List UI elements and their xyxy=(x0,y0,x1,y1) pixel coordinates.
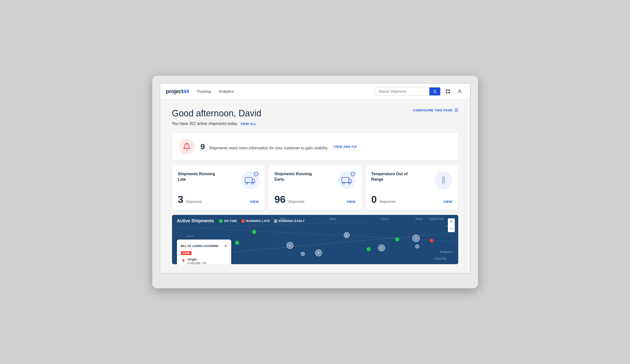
stat-label-early: Shipments xyxy=(288,200,304,203)
popup-origin-value: Pottsville, PA xyxy=(188,261,206,264)
view-fix-link[interactable]: VIEW AND FIX xyxy=(334,145,357,149)
search-button[interactable] xyxy=(430,87,440,95)
legend-dot-gray xyxy=(274,219,277,223)
alert-count: 9 xyxy=(200,142,205,151)
truck-early-icon: − xyxy=(338,171,356,189)
map-node-1[interactable]: 2 xyxy=(286,242,294,249)
configure-link[interactable]: CONFIGURE THIS PAGE xyxy=(413,108,458,112)
popup-late-badge: LATE xyxy=(181,251,192,255)
map-header: Active Shipments ON-TIME RUNNING LATE xyxy=(172,215,458,227)
alert-banner: 9 Shipments need more information for yo… xyxy=(172,133,458,161)
user-icon[interactable] xyxy=(455,87,464,96)
stat-view-temp[interactable]: VIEW xyxy=(444,200,452,203)
map-label-oyster-bay: Oyster Bay xyxy=(434,257,447,260)
nav-analytics[interactable]: Analytics xyxy=(219,89,234,93)
svg-point-4 xyxy=(459,89,460,91)
origin-pin-icon: 📍 xyxy=(181,259,186,264)
greeting-title: Good afternoon, David xyxy=(172,108,261,119)
stat-card-temperature: Temperature Out of Range 0 Shi xyxy=(366,165,458,210)
popup-origin: 📍 Origin Pottsville, PA xyxy=(181,258,227,264)
nav-tracking[interactable]: Tracking xyxy=(197,89,211,93)
alert-content: 9 Shipments need more information for yo… xyxy=(200,142,328,151)
map-label-mentor: Mentor xyxy=(186,235,195,238)
greeting-row: Good afternoon, David CONFIGURE THIS PAG… xyxy=(172,108,458,119)
legend-running-late: RUNNING LATE xyxy=(241,219,270,223)
search-input[interactable] xyxy=(375,87,430,95)
stat-card-running-late: Shipments Running Late − xyxy=(172,165,265,210)
stat-card-running-early: Shipments Running Early − xyxy=(269,165,362,210)
map-node-green-2[interactable] xyxy=(235,240,239,245)
alert-bell-icon xyxy=(183,143,191,151)
svg-point-11 xyxy=(348,182,350,184)
popup-close-button[interactable]: ✕ xyxy=(224,243,227,248)
svg-rect-9 xyxy=(342,178,349,182)
active-shipments-text: You have 352 active shipments today. xyxy=(172,122,238,126)
stat-number-early: 96 xyxy=(275,194,286,205)
stat-number-late: 3 xyxy=(178,194,183,205)
active-shipments-row: You have 352 active shipments today. VIE… xyxy=(172,122,458,126)
alert-message: Shipments need more information for your… xyxy=(209,146,328,150)
stat-card-title-late: Shipments Running Late xyxy=(178,171,218,182)
stat-card-title-early: Shipments Running Early xyxy=(275,171,314,182)
stat-label-temp: Shipments xyxy=(379,200,396,203)
svg-point-12 xyxy=(442,182,444,184)
zoom-in-button[interactable]: + xyxy=(448,218,455,225)
map-node-5[interactable]: 5 xyxy=(315,249,322,256)
thermometer-icon xyxy=(434,171,452,189)
map-label-bridgeport: Bridgeport xyxy=(440,250,452,253)
stat-view-early[interactable]: VIEW xyxy=(347,200,355,203)
map-node-green-1[interactable] xyxy=(252,230,256,234)
nav-left: project44 Tracking Analytics xyxy=(166,88,234,95)
map-legend: ON-TIME RUNNING LATE RUNNING EARLY xyxy=(219,219,305,223)
svg-point-10 xyxy=(342,182,344,184)
legend-on-time: ON-TIME xyxy=(219,219,238,223)
svg-rect-6 xyxy=(245,178,252,182)
map-node-3[interactable]: 2 xyxy=(378,244,385,251)
map-node-green-4[interactable] xyxy=(395,237,400,241)
laptop-frame: project44 Tracking Analytics xyxy=(152,76,478,288)
map-node-2[interactable]: 2 xyxy=(344,232,350,238)
nav-right xyxy=(375,87,464,96)
main-content: Good afternoon, David CONFIGURE THIS PAG… xyxy=(160,99,470,273)
map-node-7[interactable] xyxy=(301,252,305,256)
stat-cards-row: Shipments Running Late − xyxy=(172,165,458,210)
svg-point-8 xyxy=(252,182,254,184)
alert-icon-wrap xyxy=(179,139,195,155)
legend-dot-red xyxy=(241,219,245,223)
svg-rect-3 xyxy=(448,92,450,93)
map-node-green-3[interactable] xyxy=(366,247,371,251)
map-node-6[interactable] xyxy=(415,244,419,248)
stat-view-late[interactable]: VIEW xyxy=(250,200,258,203)
map-zoom: + − xyxy=(448,218,455,232)
search-icon xyxy=(433,89,437,93)
popup-bol: BILL OF LADING #131580080 xyxy=(181,244,218,247)
svg-point-7 xyxy=(246,182,248,184)
map-popup: BILL OF LADING #131580080 ✕ LATE 📍 Origi… xyxy=(177,239,231,264)
logo-text: project44 xyxy=(166,88,189,95)
svg-rect-0 xyxy=(446,89,447,91)
map-title: Active Shipments xyxy=(177,218,214,223)
stat-label-late: Shipments xyxy=(186,200,202,203)
truck-late-icon: − xyxy=(241,171,259,189)
svg-rect-2 xyxy=(446,92,447,93)
zoom-out-button[interactable]: − xyxy=(448,225,455,232)
popup-origin-label: Origin xyxy=(188,258,206,261)
nav-bar: project44 Tracking Analytics xyxy=(160,84,470,99)
map-node-red-1[interactable] xyxy=(430,239,434,242)
legend-running-early: RUNNING EARLY xyxy=(274,219,305,223)
stat-number-temp: 0 xyxy=(372,194,377,205)
grid-icon[interactable] xyxy=(444,87,452,96)
svg-rect-1 xyxy=(448,89,450,91)
stat-card-title-temp: Temperature Out of Range xyxy=(372,171,411,182)
search-box xyxy=(375,87,440,96)
gear-icon xyxy=(454,108,458,112)
laptop-screen: project44 Tracking Analytics xyxy=(160,83,470,274)
logo: project44 xyxy=(166,88,189,95)
view-all-link[interactable]: VIEW ALL xyxy=(240,122,257,126)
map-section: 2 2 2 4 5 Erie Olean Elmira Vest xyxy=(172,215,458,264)
map-node-4[interactable]: 4 xyxy=(412,235,420,242)
legend-dot-green xyxy=(219,219,222,223)
